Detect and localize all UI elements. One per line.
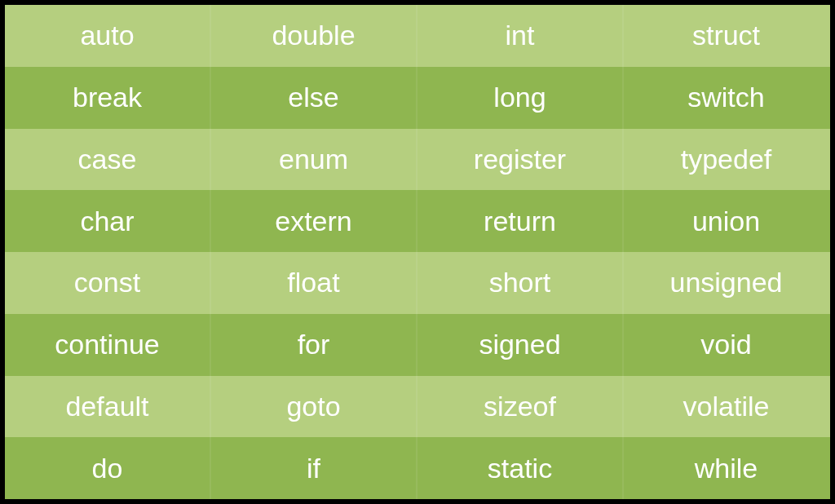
keyword-cell: typedef — [624, 129, 830, 191]
keyword-cell: auto — [5, 5, 211, 67]
keyword-cell: union — [624, 190, 830, 252]
table-row: default goto sizeof volatile — [5, 376, 830, 438]
keyword-cell: void — [624, 314, 830, 376]
table-row: auto double int struct — [5, 5, 830, 67]
keyword-cell: char — [5, 190, 211, 252]
keyword-cell: case — [5, 129, 211, 191]
keyword-cell: sizeof — [418, 376, 624, 438]
table-row: continue for signed void — [5, 314, 830, 376]
keyword-cell: static — [418, 437, 624, 499]
keyword-cell: volatile — [624, 376, 830, 438]
keyword-cell: short — [418, 252, 624, 314]
keyword-cell: register — [418, 129, 624, 191]
table-row: const float short unsigned — [5, 252, 830, 314]
table-row: break else long switch — [5, 67, 830, 129]
keyword-cell: continue — [5, 314, 211, 376]
keyword-cell: return — [418, 190, 624, 252]
keyword-cell: int — [418, 5, 624, 67]
keywords-table: auto double int struct break else long s… — [5, 5, 830, 499]
keyword-cell: do — [5, 437, 211, 499]
keyword-cell: double — [211, 5, 418, 67]
keyword-cell: unsigned — [624, 252, 830, 314]
keyword-cell: for — [211, 314, 418, 376]
keyword-cell: goto — [211, 376, 418, 438]
keyword-cell: switch — [624, 67, 830, 129]
keywords-table-container: auto double int struct break else long s… — [2, 2, 833, 502]
keyword-cell: struct — [624, 5, 830, 67]
table-row: char extern return union — [5, 190, 830, 252]
keyword-cell: default — [5, 376, 211, 438]
table-row: do if static while — [5, 437, 830, 499]
table-row: case enum register typedef — [5, 129, 830, 191]
keyword-cell: break — [5, 67, 211, 129]
keyword-cell: enum — [211, 129, 418, 191]
keyword-cell: signed — [418, 314, 624, 376]
keyword-cell: else — [211, 67, 418, 129]
keyword-cell: extern — [211, 190, 418, 252]
keyword-cell: while — [624, 437, 830, 499]
keyword-cell: const — [5, 252, 211, 314]
keyword-cell: long — [418, 67, 624, 129]
keyword-cell: if — [211, 437, 418, 499]
keyword-cell: float — [211, 252, 418, 314]
